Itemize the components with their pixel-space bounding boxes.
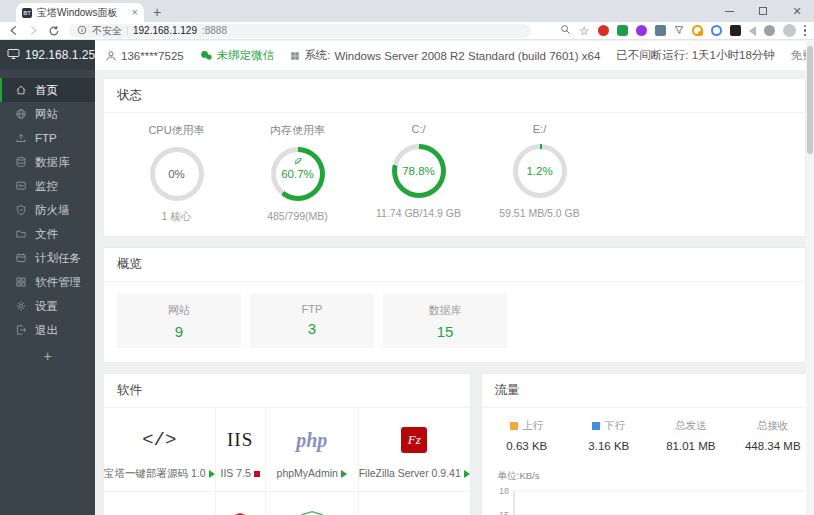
traffic-chart: 181512963 xyxy=(482,485,806,515)
traffic-card: 流量 上行 0.63 KB 下行 3.16 KB 总发送 81.01 MB xyxy=(481,373,806,515)
profile-avatar[interactable] xyxy=(783,24,796,37)
sidebar-item-software[interactable]: 软件管理 xyxy=(0,270,95,294)
software-title: 软件 xyxy=(104,374,470,408)
memory-gauge[interactable]: 内存使用率 60.7% 485/799(MB) xyxy=(237,123,358,224)
wechat-bind-link[interactable]: 未绑定微信 xyxy=(200,48,275,63)
svg-text:18: 18 xyxy=(499,486,509,496)
close-window-button[interactable]: ✕ xyxy=(780,0,814,22)
server-header[interactable]: 192.168.1.252 0 xyxy=(0,40,95,70)
software-item-filezilla[interactable]: FileZilla Server 0.9.41 xyxy=(359,408,470,492)
sidebar-item-files[interactable]: 文件 xyxy=(0,222,95,246)
status-icon[interactable] xyxy=(209,470,215,478)
sidebar-item-logout[interactable]: 退出 xyxy=(0,318,95,342)
status-body: CPU使用率 0% 1 核心 内存使用率 60.7% 485/799(MB) xyxy=(104,113,805,236)
sidebar-item-database[interactable]: 数据库 xyxy=(0,150,95,174)
tab-close-icon[interactable]: × xyxy=(132,7,138,18)
grid-icon xyxy=(15,276,27,288)
sidebar-item-website[interactable]: 网站 xyxy=(0,102,95,126)
sidebar-item-ftp[interactable]: FTP xyxy=(0,126,95,150)
uptime-text: 已不间断运行: 1天1小时18分钟 xyxy=(616,48,774,63)
filter-funnel-icon[interactable] xyxy=(674,24,684,38)
sidebar-item-settings[interactable]: 设置 xyxy=(0,294,95,318)
cpu-ring: 0% xyxy=(150,147,204,201)
logout-icon xyxy=(15,324,27,336)
legend-up[interactable]: 上行 0.63 KB xyxy=(486,419,568,452)
sidebar-menu: 首页 网站 FTP 数据库 监控 防火墙 xyxy=(0,78,95,342)
wechat-icon xyxy=(200,50,213,61)
search-icon[interactable] xyxy=(560,24,571,38)
info-icon[interactable] xyxy=(77,25,87,37)
security-label: 不安全 xyxy=(92,24,122,38)
extension-icon[interactable] xyxy=(636,25,647,36)
software-item-redis[interactable]: redis 1.0 xyxy=(216,492,266,515)
sidebar-item-monitor[interactable]: 监控 xyxy=(0,174,95,198)
extension-icon[interactable] xyxy=(730,25,741,36)
bookmark-star-icon[interactable]: ☆ xyxy=(579,25,590,37)
globe-icon xyxy=(15,108,27,120)
extension-icon[interactable] xyxy=(692,25,703,36)
favicon-icon xyxy=(22,8,32,18)
extension-icon[interactable] xyxy=(617,25,628,36)
url-port: :8888 xyxy=(202,25,227,36)
disk-c-gauge[interactable]: C:/ 78.8% 11.74 GB/14.9 GB xyxy=(358,123,479,224)
browser-menu-icon[interactable] xyxy=(804,25,807,37)
minimize-button[interactable] xyxy=(712,0,746,22)
home-icon xyxy=(15,84,27,96)
software-item-php52[interactable]: PHP-5.2 xyxy=(104,492,216,515)
disk-e-gauge[interactable]: E:/ 1.2% 59.51 MB/5.0 GB xyxy=(479,123,600,224)
software-item-empty xyxy=(359,492,470,515)
sidebar-item-cron[interactable]: 计划任务 xyxy=(0,246,95,270)
disk-e-ring: 1.2% xyxy=(513,144,567,198)
monitor-icon xyxy=(7,48,20,63)
down-legend-icon xyxy=(592,422,600,430)
back-icon[interactable] xyxy=(8,25,19,36)
traffic-chart-svg: 181512963 xyxy=(488,485,806,515)
tab-title: 宝塔Windows面板 xyxy=(37,6,127,20)
software-item-deploy[interactable]: 宝塔一键部署源码 1.0 xyxy=(104,408,216,492)
status-title: 状态 xyxy=(104,79,805,113)
disk-c-ring: 78.8% xyxy=(392,144,446,198)
up-legend-icon xyxy=(510,422,518,430)
extension-icon[interactable] xyxy=(764,25,775,36)
maximize-button[interactable] xyxy=(746,0,780,22)
url-text: 192.168.1.129 xyxy=(133,25,197,36)
ftp-upload-icon xyxy=(15,132,27,144)
extension-icon[interactable] xyxy=(598,25,609,36)
cpu-gauge[interactable]: CPU使用率 0% 1 核心 xyxy=(116,123,237,224)
windows-icon xyxy=(290,51,300,61)
browser-tab[interactable]: 宝塔Windows面板 × xyxy=(16,3,144,22)
status-icon[interactable] xyxy=(341,470,347,478)
waf-shield-icon: WAF xyxy=(299,510,325,515)
forward-icon[interactable] xyxy=(28,25,39,36)
software-grid: 宝塔一键部署源码 1.0 IIS 7.5 phpMyAdmin FileZill… xyxy=(104,408,470,515)
overview-databases[interactable]: 数据库 15 xyxy=(383,294,507,348)
extension-icon[interactable] xyxy=(711,25,722,36)
status-icon[interactable] xyxy=(254,471,260,477)
reload-icon[interactable] xyxy=(48,25,60,37)
extensions-row: ☆ xyxy=(560,24,806,38)
sidebar-item-firewall[interactable]: 防火墙 xyxy=(0,198,95,222)
legend-down[interactable]: 下行 3.16 KB xyxy=(568,419,650,452)
status-icon[interactable] xyxy=(464,470,470,478)
extension-icon[interactable] xyxy=(749,26,756,36)
overview-ftp[interactable]: FTP 3 xyxy=(250,294,374,348)
gear-icon xyxy=(15,300,27,312)
php-icon xyxy=(296,429,327,452)
sidebar-add-button[interactable]: + xyxy=(0,348,95,364)
sidebar-item-home[interactable]: 首页 xyxy=(0,78,95,102)
database-icon xyxy=(15,156,27,168)
address-bar[interactable]: 不安全 192.168.1.129 :8888 xyxy=(69,24,531,38)
system-info: 系统: Windows Server 2008 R2 Standard (bui… xyxy=(290,48,600,63)
divider xyxy=(127,26,128,35)
software-item-waf[interactable]: WAF 宝塔IIS防火墙 1.0 xyxy=(266,492,359,515)
new-tab-button[interactable]: + xyxy=(153,4,161,20)
software-item-iis[interactable]: IIS 7.5 xyxy=(216,408,266,492)
scrollbar-thumb[interactable] xyxy=(807,46,813,154)
legend-total-sent: 总发送 81.01 MB xyxy=(650,419,732,452)
user-icon xyxy=(105,50,117,62)
software-item-phpmyadmin[interactable]: phpMyAdmin xyxy=(266,408,359,492)
overview-websites[interactable]: 网站 9 xyxy=(117,294,241,348)
user-account[interactable]: 136****7525 xyxy=(105,50,184,62)
page-scrollbar[interactable] xyxy=(806,40,814,515)
extension-icon[interactable] xyxy=(655,25,666,36)
